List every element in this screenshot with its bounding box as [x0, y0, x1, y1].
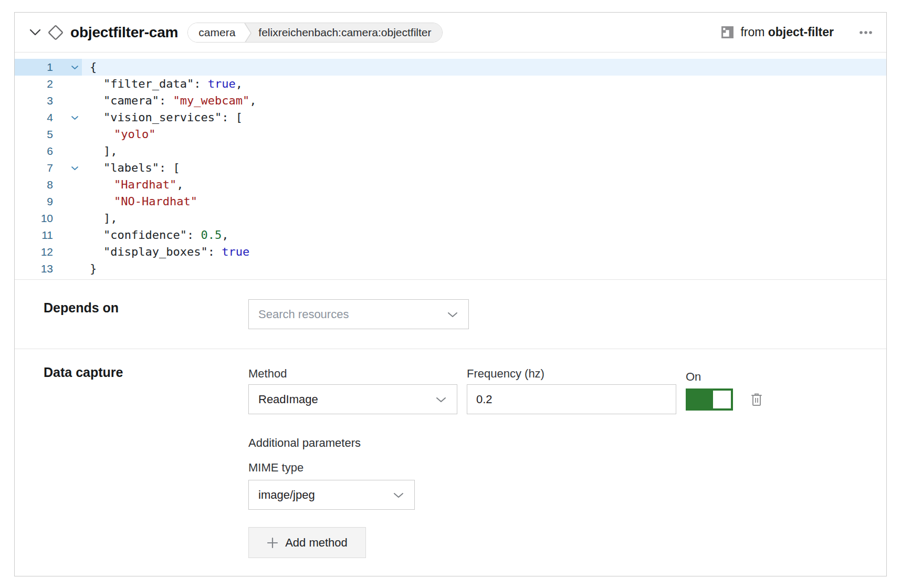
code-line[interactable]: 3"camera": "my_webcam", — [15, 92, 886, 109]
code-line[interactable]: 6], — [15, 143, 886, 160]
code-line[interactable]: 13} — [15, 260, 886, 277]
code-line[interactable]: 11"confidence": 0.5, — [15, 227, 886, 244]
collapse-chevron-icon[interactable] — [29, 29, 41, 36]
line-number: 5 — [15, 126, 53, 143]
line-number: 11 — [15, 227, 53, 244]
json-editor[interactable]: 1{2"filter_data": true,3"camera": "my_we… — [15, 52, 886, 280]
code-line[interactable]: 10], — [15, 210, 886, 227]
method-value: ReadImage — [258, 393, 318, 406]
delete-method-button[interactable] — [750, 392, 763, 407]
from-label: from object-filter — [740, 25, 834, 39]
method-select[interactable]: ReadImage — [248, 384, 457, 414]
on-label: On — [686, 370, 763, 384]
depends-on-section: Depends on Search resources — [15, 280, 886, 349]
on-field: On — [686, 364, 763, 414]
line-number: 6 — [15, 143, 53, 160]
badge-separator-icon — [244, 23, 252, 42]
method-field: Method ReadImage — [248, 364, 457, 414]
frequency-value: 0.2 — [476, 393, 493, 406]
line-number: 9 — [15, 193, 53, 210]
data-capture-section: Data capture Method ReadImage Frequency … — [15, 349, 886, 575]
plus-icon — [267, 537, 278, 549]
add-method-button[interactable]: Add method — [248, 527, 366, 558]
mime-type-label: MIME type — [248, 461, 763, 474]
line-number: 12 — [15, 244, 53, 260]
resource-type-badge: camera felixreichenbach:camera:objectfil… — [187, 23, 442, 43]
frequency-field: Frequency (hz) 0.2 — [467, 364, 676, 414]
code-line[interactable]: 9"NO-Hardhat" — [15, 193, 886, 210]
badge-type: camera — [188, 23, 244, 42]
code-line[interactable]: 12"display_boxes": true — [15, 244, 886, 260]
line-number: 3 — [15, 92, 53, 109]
line-number: 13 — [15, 260, 53, 277]
add-method-label: Add method — [285, 536, 348, 550]
module-icon — [721, 26, 734, 39]
mime-type-select[interactable]: image/jpeg — [248, 480, 415, 510]
from-module: from object-filter — [721, 25, 834, 39]
depends-on-select[interactable]: Search resources — [248, 299, 469, 329]
code-line[interactable]: 1{ — [15, 59, 886, 76]
fold-chevron-icon[interactable] — [53, 160, 82, 176]
data-capture-content: Method ReadImage Frequency (hz) 0.2 On — [248, 364, 763, 558]
line-number: 8 — [15, 176, 53, 193]
fold-chevron-icon[interactable] — [53, 109, 82, 126]
chevron-down-icon — [436, 397, 446, 403]
capture-on-toggle[interactable] — [686, 388, 733, 411]
line-number: 2 — [15, 76, 53, 92]
component-diamond-icon — [48, 25, 64, 40]
fold-chevron-icon[interactable] — [53, 59, 82, 76]
resource-card: objectfilter-cam camera felixreichenbach… — [14, 12, 887, 576]
toggle-knob — [713, 391, 731, 408]
data-capture-label: Data capture — [44, 364, 248, 558]
frequency-label: Frequency (hz) — [467, 367, 676, 381]
code-line[interactable]: 4"vision_services": [ — [15, 109, 886, 126]
more-options-button[interactable] — [859, 30, 873, 35]
additional-parameters-label: Additional parameters — [248, 437, 763, 449]
chevron-down-icon — [447, 312, 458, 318]
code-line[interactable]: 8"Hardhat", — [15, 176, 886, 193]
code-line[interactable]: 7"labels": [ — [15, 160, 886, 176]
resource-title: objectfilter-cam — [70, 24, 178, 41]
method-label: Method — [248, 367, 457, 381]
card-header: objectfilter-cam camera felixreichenbach… — [15, 13, 886, 52]
line-number: 7 — [15, 160, 53, 176]
depends-on-placeholder: Search resources — [258, 308, 349, 321]
line-number: 10 — [15, 210, 53, 227]
badge-model: felixreichenbach:camera:objectfilter — [252, 23, 442, 42]
mime-type-value: image/jpeg — [258, 488, 315, 502]
line-number: 4 — [15, 109, 53, 126]
code-line[interactable]: 2"filter_data": true, — [15, 76, 886, 92]
depends-on-label: Depends on — [44, 299, 248, 329]
code-line[interactable]: 5"yolo" — [15, 126, 886, 143]
frequency-input[interactable]: 0.2 — [467, 384, 676, 414]
chevron-down-icon — [393, 492, 404, 498]
line-number: 1 — [15, 59, 53, 76]
